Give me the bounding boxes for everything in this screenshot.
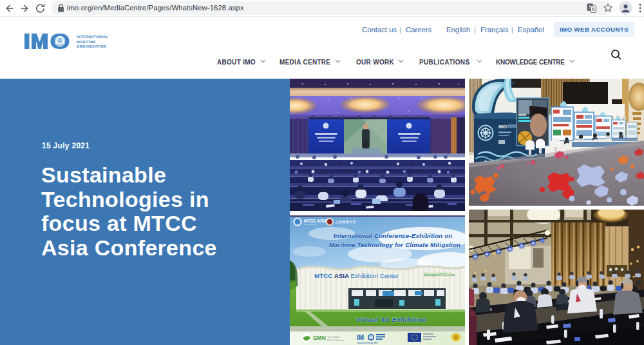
svg-text:Implemented by IMO: Implemented by IMO [357, 342, 379, 344]
svg-text:ORGANIZATION: ORGANIZATION [77, 44, 106, 48]
svg-text:上海海事大学: 上海海事大学 [335, 220, 357, 224]
svg-text:MTCC ASIA Exhibition Center: MTCC ASIA Exhibition Center [314, 272, 399, 279]
svg-text:GMN: GMN [313, 335, 326, 341]
svg-text:Maritime Technology for Climat: Maritime Technology for Climate Mitigati… [329, 241, 461, 248]
svg-text:International Conference-Exhib: International Conference-Exhibition on [334, 232, 453, 239]
svg-text:MARITIME: MARITIME [77, 40, 96, 44]
svg-text:IM: IM [357, 334, 364, 341]
svg-text:MTCC Network: MTCC Network [327, 339, 345, 342]
svg-text:INTERNATIONAL: INTERNATIONAL [77, 35, 108, 39]
svg-text:IMO: IMO [498, 124, 507, 129]
svg-text:Virtual 3D Exhibition: Virtual 3D Exhibition [356, 316, 427, 323]
svg-text:Shanghai MTCC Asia: Shanghai MTCC Asia [424, 273, 455, 277]
svg-text:MTCC ASIA: MTCC ASIA [304, 219, 327, 223]
